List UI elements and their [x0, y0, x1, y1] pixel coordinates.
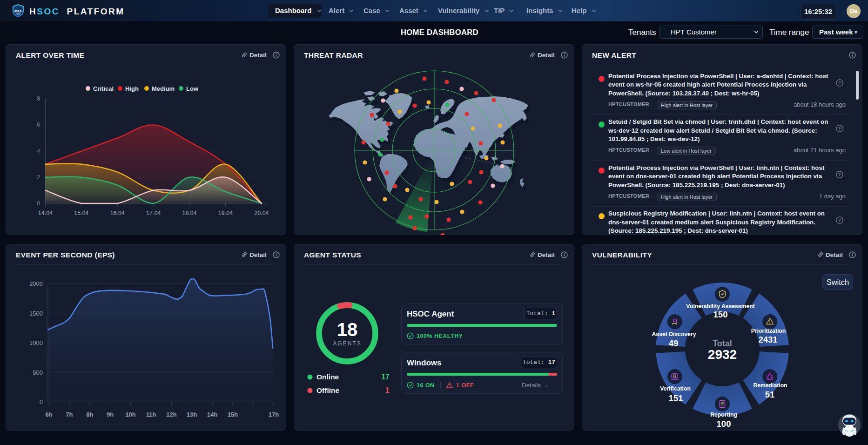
svg-text:Prioritization: Prioritization: [751, 328, 786, 334]
svg-text:Reporting: Reporting: [710, 411, 737, 418]
svg-text:0: 0: [40, 398, 43, 405]
svg-text:14.04: 14.04: [38, 210, 53, 216]
svg-text:HSOC: HSOC: [14, 9, 23, 13]
svg-text:6h: 6h: [45, 411, 52, 418]
svg-text:6: 6: [37, 121, 40, 128]
svg-text:18.04: 18.04: [182, 210, 196, 216]
svg-text:1500: 1500: [29, 310, 43, 317]
svg-text:2000: 2000: [29, 280, 43, 287]
svg-text:Online: Online: [316, 373, 339, 381]
svg-text:10h: 10h: [125, 411, 135, 418]
svg-text:2932: 2932: [708, 347, 737, 362]
svg-text:151: 151: [669, 393, 683, 403]
svg-text:1000: 1000: [29, 339, 43, 346]
svg-text:?: ?: [838, 80, 841, 85]
svg-text:9h: 9h: [107, 411, 114, 418]
svg-text:0: 0: [37, 200, 40, 207]
svg-text:49: 49: [669, 338, 679, 348]
svg-text:11h: 11h: [146, 411, 156, 418]
svg-text:51: 51: [765, 390, 775, 399]
svg-text:8h: 8h: [86, 411, 93, 418]
svg-text:100: 100: [717, 419, 731, 429]
svg-text:Verification: Verification: [660, 385, 691, 392]
svg-text:Remediation: Remediation: [753, 382, 787, 389]
svg-text:Total: Total: [713, 339, 732, 348]
svg-text:500: 500: [33, 369, 43, 376]
svg-text:19.04: 19.04: [218, 210, 233, 216]
svg-text:?: ?: [838, 172, 841, 177]
svg-text:Low: Low: [186, 85, 199, 92]
svg-text:150: 150: [713, 310, 728, 319]
svg-text:High: High: [125, 85, 139, 92]
svg-text:16.04: 16.04: [110, 210, 125, 216]
svg-text:Offline: Offline: [316, 386, 339, 394]
svg-text:12h: 12h: [166, 411, 176, 418]
svg-text:2431: 2431: [758, 335, 777, 344]
svg-text:15h: 15h: [228, 411, 238, 418]
svg-text:?: ?: [838, 218, 841, 223]
svg-text:?: ?: [838, 126, 841, 131]
svg-text:15.04: 15.04: [74, 210, 88, 216]
svg-text:Medium: Medium: [152, 85, 175, 92]
svg-text:14h: 14h: [207, 411, 217, 418]
svg-text:2: 2: [37, 174, 40, 181]
svg-text:Vulnerability Assessment: Vulnerability Assessment: [686, 303, 754, 310]
svg-text:1: 1: [385, 386, 390, 394]
svg-text:13h: 13h: [187, 411, 197, 418]
svg-text:Asset Discovery: Asset Discovery: [652, 331, 696, 337]
svg-text:17: 17: [381, 373, 390, 381]
svg-text:17h: 17h: [269, 411, 279, 418]
svg-text:8: 8: [37, 95, 40, 102]
svg-text:18: 18: [337, 319, 358, 340]
svg-text:4: 4: [37, 148, 40, 155]
svg-text:17.04: 17.04: [146, 210, 161, 216]
svg-text:AGENTS: AGENTS: [333, 340, 361, 347]
svg-text:Critical: Critical: [93, 85, 114, 92]
svg-text:20.04: 20.04: [254, 210, 269, 216]
svg-text:7h: 7h: [66, 411, 73, 418]
